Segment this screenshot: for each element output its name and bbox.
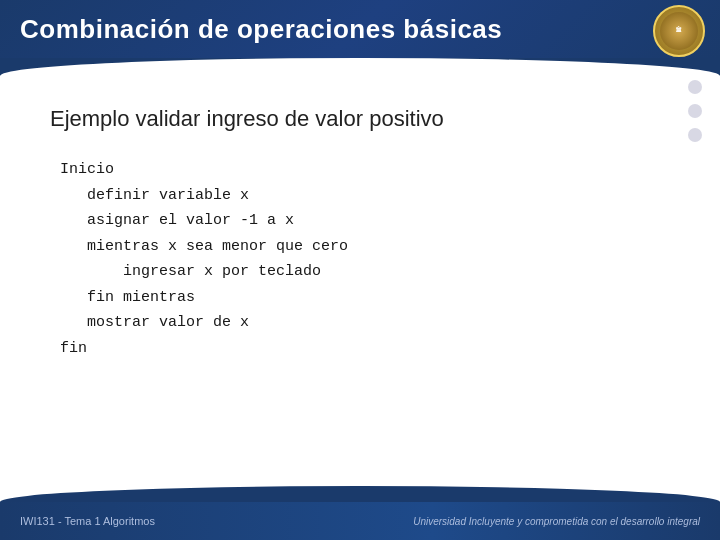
logo-area: 🏛 <box>653 5 705 57</box>
slide-container: Combinación de operaciones básicas 🏛 Eje… <box>0 0 720 540</box>
footer-wave <box>0 486 720 502</box>
header-title: Combinación de operaciones básicas <box>20 14 502 45</box>
footer-right-text: Universidad Incluyente y comprometida co… <box>413 516 700 527</box>
code-line: definir variable x <box>60 183 670 209</box>
code-line: fin <box>60 336 670 362</box>
example-title: Ejemplo validar ingreso de valor positiv… <box>50 106 670 132</box>
header-bar: Combinación de operaciones básicas 🏛 <box>0 0 720 58</box>
code-block: Inicio definir variable x asignar el val… <box>50 157 670 361</box>
code-line: Inicio <box>60 157 670 183</box>
code-line: asignar el valor -1 a x <box>60 208 670 234</box>
code-line: mostrar valor de x <box>60 310 670 336</box>
code-line: fin mientras <box>60 285 670 311</box>
logo-text: 🏛 <box>676 27 682 34</box>
code-line: mientras x sea menor que cero <box>60 234 670 260</box>
code-line: ingresar x por teclado <box>60 259 670 285</box>
main-content: Ejemplo validar ingreso de valor positiv… <box>0 76 720 381</box>
logo-inner: 🏛 <box>660 12 698 50</box>
header-wave-separator <box>0 58 720 76</box>
footer-bar: IWI131 - Tema 1 Algoritmos Universidad I… <box>0 502 720 540</box>
footer-left-text: IWI131 - Tema 1 Algoritmos <box>20 515 155 527</box>
